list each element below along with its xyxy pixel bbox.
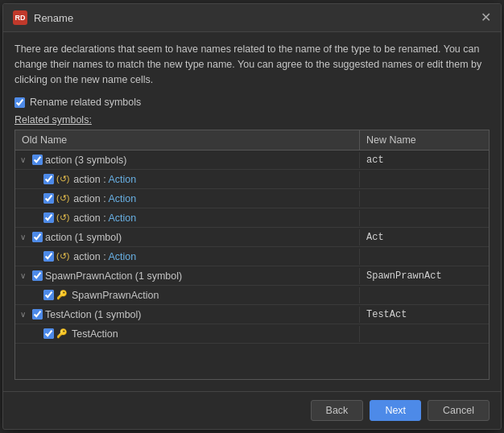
table-header: Old Name New Name (15, 130, 489, 151)
new-name-cell[interactable]: SpawnPrawnAct (360, 268, 489, 284)
child-checkbox[interactable] (43, 212, 54, 223)
group-label: action (3 symbols) (45, 155, 126, 166)
table-row: ∨ action (3 symbols) act (15, 151, 489, 170)
child-label: action : Action (73, 174, 136, 185)
cell-left: ∨ (↺) action : Action (27, 191, 360, 207)
title-left: RD Rename (13, 10, 73, 25)
table-row: ∨ SpawnPrawnAction (1 symbol) SpawnPrawn… (15, 266, 489, 286)
child-new-name (360, 177, 489, 182)
col-old-name: Old Name (15, 130, 360, 150)
dialog-title: Rename (34, 12, 73, 24)
table-row: ∨ action (1 symbol) Act (15, 228, 489, 247)
child-new-name (360, 196, 489, 201)
rename-symbols-label[interactable]: Rename related symbols (30, 97, 141, 108)
footer: Back Next Cancel (3, 392, 501, 429)
cell-left: ∨ SpawnPrawnAction (1 symbol) (15, 268, 360, 284)
symbols-table[interactable]: Old Name New Name ∨ action (3 symbols) a… (14, 130, 490, 380)
next-button[interactable]: Next (370, 400, 421, 421)
key-icon: 🔑 (56, 328, 68, 339)
related-symbols-label: Related symbols: (14, 114, 490, 126)
back-button[interactable]: Back (311, 400, 364, 421)
cell-left: ∨ (↺) action : Action (27, 210, 360, 226)
child-new-name (360, 216, 489, 221)
table-row: ∨ (↺) action : Action (15, 247, 489, 266)
group-label: TestAction (1 symbol) (45, 309, 141, 320)
group-checkbox[interactable] (32, 155, 43, 165)
new-name-cell[interactable]: Act (360, 229, 489, 245)
cell-left: ∨ TestAction (1 symbol) (15, 307, 360, 323)
group-checkbox[interactable] (32, 270, 43, 281)
table-body: ∨ action (3 symbols) act ∨ (↺) action : … (15, 151, 489, 344)
rename-symbols-row: Rename related symbols (14, 97, 490, 108)
cell-left: ∨ 🔑 SpawnPrawnAction (27, 287, 360, 303)
app-icon: RD (13, 10, 27, 25)
rename-symbols-checkbox[interactable] (14, 97, 25, 108)
method-icon: (↺) (56, 174, 69, 184)
child-label: action : Action (73, 193, 136, 204)
new-name-cell[interactable]: TestAct (360, 307, 489, 323)
cell-left: ∨ action (3 symbols) (15, 152, 360, 168)
child-label: action : Action (73, 212, 136, 224)
chevron-icon[interactable]: ∨ (20, 271, 30, 280)
table-row: ∨ (↺) action : Action (15, 189, 489, 208)
child-label: action : Action (73, 251, 136, 262)
chevron-icon[interactable]: ∨ (20, 233, 30, 241)
table-row: ∨ TestAction (1 symbol) TestAct (15, 305, 489, 324)
child-new-name (360, 332, 489, 336)
group-checkbox[interactable] (32, 232, 43, 242)
key-icon: 🔑 (56, 290, 68, 300)
table-row: ∨ (↺) action : Action (15, 208, 489, 228)
rename-dialog: RD Rename ✕ There are declarations that … (2, 3, 502, 430)
table-row: ∨ 🔑 SpawnPrawnAction (15, 286, 489, 305)
group-checkbox[interactable] (32, 309, 43, 320)
dialog-content: There are declarations that seem to have… (3, 32, 501, 390)
cancel-button[interactable]: Cancel (428, 400, 490, 421)
table-row: ∨ 🔑 TestAction (15, 324, 489, 344)
child-label: SpawnPrawnAction (72, 290, 159, 301)
method-icon: (↺) (56, 193, 69, 204)
description-text: There are declarations that seem to have… (14, 42, 490, 87)
group-label: SpawnPrawnAction (1 symbol) (45, 270, 182, 282)
cell-left: ∨ action (1 symbol) (15, 229, 360, 245)
new-name-cell[interactable]: act (360, 152, 489, 168)
title-bar: RD Rename ✕ (3, 4, 501, 32)
cell-left: ∨ 🔑 TestAction (27, 326, 360, 342)
cell-left: ∨ (↺) action : Action (27, 249, 360, 265)
child-checkbox[interactable] (43, 328, 54, 339)
table-row: ∨ (↺) action : Action (15, 170, 489, 189)
close-button[interactable]: ✕ (481, 11, 491, 24)
col-new-name: New Name (360, 130, 489, 150)
method-icon: (↺) (56, 212, 69, 223)
child-new-name (360, 293, 489, 298)
child-label: TestAction (72, 328, 118, 340)
child-checkbox[interactable] (43, 174, 54, 184)
chevron-icon[interactable]: ∨ (20, 310, 30, 319)
chevron-icon[interactable]: ∨ (20, 155, 30, 164)
method-icon: (↺) (56, 251, 69, 262)
child-checkbox[interactable] (43, 251, 54, 262)
group-label: action (1 symbol) (45, 232, 122, 243)
cell-left: ∨ (↺) action : Action (27, 171, 360, 188)
child-checkbox[interactable] (43, 290, 54, 300)
child-checkbox[interactable] (43, 193, 54, 204)
child-new-name (360, 254, 489, 259)
